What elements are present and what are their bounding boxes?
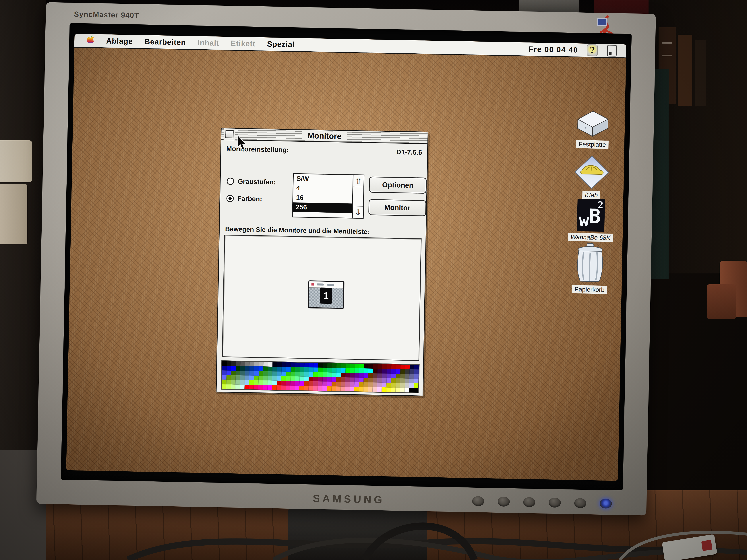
palette-cell <box>396 369 401 374</box>
mac-desktop[interactable]: Ablage Bearbeiten Inhalt Etikett Spezial… <box>66 34 626 481</box>
palette-cell <box>290 372 295 376</box>
depth-option-16[interactable]: 16 <box>293 193 352 204</box>
palette-cell <box>281 376 286 381</box>
palette-cell <box>400 383 405 388</box>
apple-menu-icon[interactable] <box>86 35 96 46</box>
palette-cell <box>327 377 332 382</box>
palette-cell <box>245 362 250 366</box>
help-menu-icon[interactable]: ? <box>587 44 598 56</box>
wannabe-logo-icon: wB2 <box>577 199 605 232</box>
palette-cell <box>240 375 245 380</box>
palette-cell <box>281 372 286 376</box>
depth-option-4[interactable]: 4 <box>293 183 353 194</box>
palette-cell <box>245 371 250 375</box>
radio-graustufen[interactable]: Graustufen: <box>227 177 276 186</box>
scroll-down-arrow[interactable]: ⇩ <box>353 206 363 218</box>
palette-cell <box>405 374 410 379</box>
palette-cell <box>318 377 323 381</box>
depth-option-256-selected[interactable]: 256 <box>293 202 352 213</box>
palette-cell <box>244 384 249 390</box>
palette-cell <box>396 365 401 369</box>
palette-cell <box>345 377 350 382</box>
palette-cell <box>290 381 295 386</box>
palette-cell <box>359 373 364 378</box>
thumbnail-menu-dash <box>317 284 324 286</box>
palette-cell <box>414 370 419 374</box>
palette-cell <box>227 366 231 371</box>
palette-cell <box>295 363 300 367</box>
palette-cell <box>304 363 309 368</box>
monitor-1-thumbnail[interactable]: 1 <box>308 281 344 309</box>
palette-cell <box>386 374 391 378</box>
menu-spezial[interactable]: Spezial <box>267 39 295 49</box>
palette-cell <box>400 374 405 378</box>
palette-cell <box>263 376 268 380</box>
optionen-button[interactable]: Optionen <box>369 177 427 194</box>
palette-cell <box>295 376 300 381</box>
palette-cell <box>259 362 263 367</box>
palette-cell <box>359 377 364 382</box>
palette-cell <box>359 387 363 392</box>
palette-cell <box>254 362 259 366</box>
palette-cell <box>323 368 327 372</box>
palette-cell <box>295 367 300 372</box>
palette-cell <box>359 368 364 373</box>
palette-cell <box>254 375 259 380</box>
palette-cell <box>272 367 277 372</box>
palette-cell <box>327 372 332 377</box>
palette-cell <box>386 383 391 388</box>
palette-cell <box>354 377 359 382</box>
monitor-button[interactable]: Monitor <box>368 199 427 216</box>
palette-cell <box>372 382 377 387</box>
desktop-icon-papierkorb[interactable]: Papierkorb <box>562 242 618 294</box>
palette-cell <box>345 368 350 373</box>
menu-ablage[interactable]: Ablage <box>106 36 133 46</box>
palette-cell <box>286 372 291 376</box>
radio-farben[interactable]: Farben: <box>226 194 276 203</box>
palette-cell <box>240 371 245 375</box>
radio-circle[interactable] <box>227 178 234 185</box>
application-menu-icon[interactable] <box>607 45 617 56</box>
menubar-clock[interactable]: Fre 00 04 40 <box>529 45 578 54</box>
close-box[interactable] <box>225 130 234 138</box>
version-label: D1-7.5.6 <box>396 148 422 156</box>
palette-cell <box>395 388 400 392</box>
palette-cell <box>281 385 286 390</box>
menu-bearbeiten[interactable]: Bearbeiten <box>145 37 186 47</box>
palette-cell <box>409 388 414 393</box>
monitor-arrange-area[interactable]: 1 <box>222 235 422 361</box>
palette-cell <box>268 362 273 367</box>
palette-cell <box>222 379 227 384</box>
palette-strip <box>221 361 419 393</box>
palette-cell <box>318 386 323 391</box>
palette-cell <box>414 388 418 393</box>
list-scrollbar[interactable]: ⇧ ⇩ <box>352 175 364 218</box>
palette-cell <box>378 364 382 369</box>
menu-inhalt: Inhalt <box>198 38 219 47</box>
scroll-up-arrow[interactable]: ⇧ <box>353 175 364 187</box>
palette-cell <box>391 374 396 378</box>
palette-cell <box>336 373 341 377</box>
pc-tower <box>0 140 32 182</box>
palette-cell <box>359 382 364 387</box>
palette-cell <box>254 380 258 385</box>
palette-cell <box>350 377 355 382</box>
samsung-monitor: SyncMaster 940T SAMSUNG <box>36 2 656 515</box>
radio-label: Graustufen: <box>238 178 276 186</box>
depth-option-sw[interactable]: S/W <box>293 174 353 185</box>
palette-cell <box>336 363 341 368</box>
palette-cell <box>373 373 378 378</box>
palette-cell <box>387 369 391 374</box>
radio-circle-selected[interactable] <box>226 195 234 202</box>
palette-cell <box>259 366 263 371</box>
palette-cell <box>300 381 304 386</box>
icon-label: Papierkorb <box>572 285 607 294</box>
palette-cell <box>373 378 378 383</box>
desktop-icon-festplatte[interactable]: Festplatte <box>565 107 620 149</box>
desktop-icon-icab[interactable]: iCab <box>564 155 620 200</box>
palette-cell <box>300 386 304 391</box>
palette-cell <box>231 366 236 371</box>
palette-cell <box>286 385 290 390</box>
palette-cell <box>377 383 382 388</box>
desktop-icon-wannabe[interactable]: wB2 WannaBe 68K <box>563 198 618 242</box>
